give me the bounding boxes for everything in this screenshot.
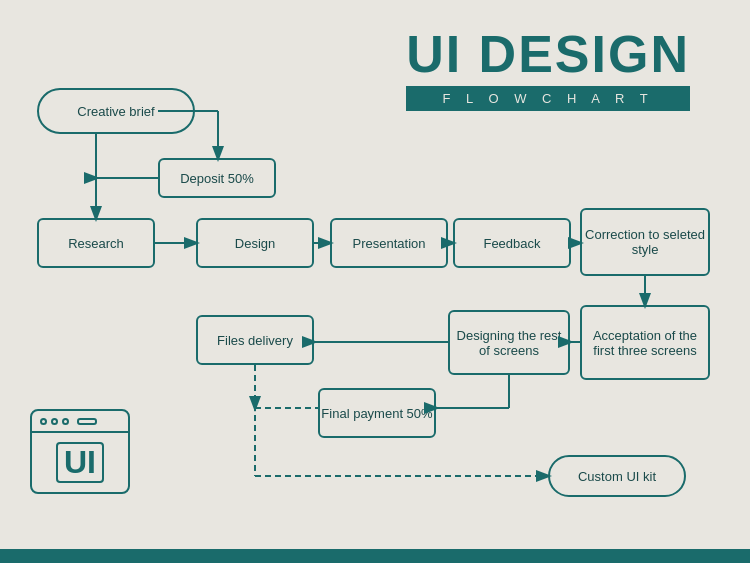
main-container: UI DESIGN F L O W C H A R T Creative bri… (0, 0, 750, 563)
title-area: UI DESIGN F L O W C H A R T (406, 28, 690, 111)
creative-brief-box: Creative brief (37, 88, 195, 134)
files-delivery-box: Files delivery (196, 315, 314, 365)
deposit-box: Deposit 50% (158, 158, 276, 198)
ui-icon: UI (30, 409, 130, 494)
correction-box: Correction to seleted style (580, 208, 710, 276)
design-box: Design (196, 218, 314, 268)
custom-ui-kit-box: Custom UI kit (548, 455, 686, 497)
acceptation-box: Acceptation of the first three screens (580, 305, 710, 380)
final-payment-box: Final payment 50% (318, 388, 436, 438)
sub-title: F L O W C H A R T (406, 86, 690, 111)
presentation-box: Presentation (330, 218, 448, 268)
main-title: UI DESIGN (406, 28, 690, 80)
research-box: Research (37, 218, 155, 268)
feedback-box: Feedback (453, 218, 571, 268)
designing-rest-box: Designing the rest of screens (448, 310, 570, 375)
